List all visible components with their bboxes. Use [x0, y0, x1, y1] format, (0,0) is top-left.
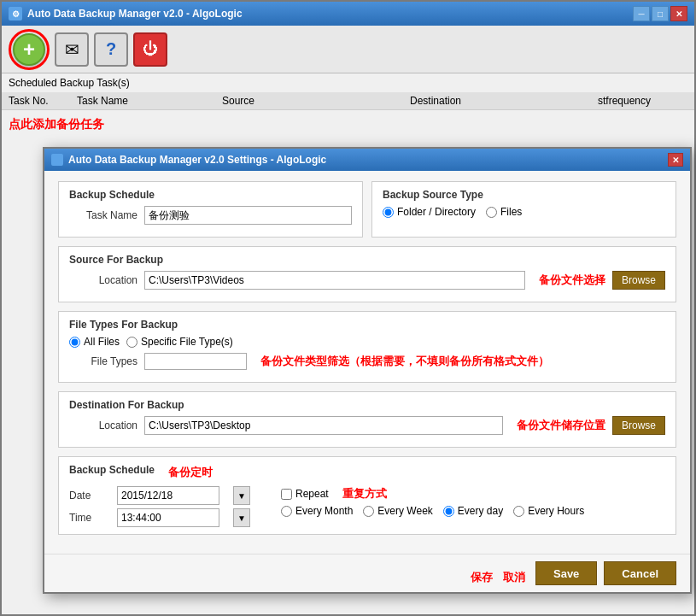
source-for-backup-section: Source For Backup Location 备份文件选择 Browse [58, 246, 676, 302]
col-freq: stfrequency [598, 95, 683, 107]
backup-source-type-section: Backup Source Type Folder / Directory Fi… [371, 181, 676, 238]
date-input[interactable] [117, 486, 219, 505]
col-source: Source [222, 95, 410, 107]
repeat-annotation: 重复方式 [342, 486, 387, 502]
date-label: Date [69, 490, 103, 502]
maximize-button[interactable]: □ [652, 6, 669, 21]
file-types-label: File Types [69, 355, 137, 367]
file-types-radio-row: All Files Specific File Type(s) [69, 336, 665, 348]
destination-section: Destination For Backup Location 备份文件储存位置… [58, 391, 676, 448]
scheduled-label: Scheduled Backup Task(s) [2, 73, 694, 92]
save-button[interactable]: Save [535, 561, 597, 585]
every-hours-option[interactable]: Every Hours [513, 505, 584, 517]
every-day-radio[interactable] [443, 506, 454, 517]
all-files-option[interactable]: All Files [69, 336, 120, 348]
source-type-radio-row: Folder / Directory Files [383, 206, 665, 218]
close-button[interactable]: ✕ [670, 6, 687, 21]
dialog-icon [51, 154, 63, 166]
dialog-title-bar: Auto Data Backup Manager v2.0 Settings -… [44, 149, 690, 171]
dest-location-input[interactable] [144, 416, 503, 435]
file-types-input[interactable] [144, 353, 247, 370]
files-option[interactable]: Files [486, 206, 522, 218]
folder-directory-radio[interactable] [383, 207, 394, 218]
help-button[interactable]: ? [94, 32, 128, 67]
folder-directory-option[interactable]: Folder / Directory [383, 206, 476, 218]
schedule-title-row: Backup Schedule 备份定时 [69, 464, 665, 481]
file-types-input-row: File Types 备份文件类型筛选（根据需要，不填则备份所有格式文件） [69, 353, 665, 370]
files-label: Files [500, 206, 522, 218]
table-header: Task No. Task Name Source Destination st… [2, 92, 694, 110]
title-bar-controls: ─ □ ✕ [633, 6, 687, 21]
date-picker-button[interactable]: ▼ [233, 486, 250, 505]
specific-file-type-radio[interactable] [126, 337, 137, 348]
repeat-options: Every Month Every Week Every day [281, 505, 584, 517]
time-input[interactable] [117, 508, 219, 527]
time-label: Time [69, 512, 103, 524]
dialog-title: Auto Data Backup Manager v2.0 Settings -… [68, 154, 668, 166]
cancel-annotation: 取消 [503, 570, 525, 585]
backup-schedule-title: Backup Schedule [69, 189, 352, 201]
schedule-bottom-title: Backup Schedule [69, 464, 155, 476]
repeat-row: Repeat 重复方式 [281, 486, 584, 502]
add-button-highlight [9, 29, 50, 70]
all-files-radio[interactable] [69, 337, 80, 348]
backup-schedule-section: Backup Schedule Task Name [58, 181, 363, 238]
time-picker-button[interactable]: ▼ [233, 508, 250, 527]
date-row: Date ▼ [69, 486, 250, 505]
source-browse-button[interactable]: Browse [612, 271, 665, 290]
main-window: ⚙ Auto Data Backup Manager v2.0 - AlgoLo… [0, 0, 696, 616]
schedule-annotation: 备份定时 [168, 465, 213, 480]
app-icon: ⚙ [9, 7, 22, 21]
repeat-section: Repeat 重复方式 Every Month Every Week [281, 486, 584, 527]
settings-dialog: Auto Data Backup Manager v2.0 Settings -… [43, 147, 692, 594]
col-dest: Destination [410, 95, 598, 107]
add-task-button[interactable] [13, 33, 45, 66]
power-icon: ⏻ [143, 40, 158, 58]
every-month-label: Every Month [295, 505, 353, 517]
task-name-row: Task Name [69, 206, 352, 225]
help-icon: ? [106, 39, 116, 59]
source-location-row: Location 备份文件选择 Browse [69, 271, 665, 290]
save-annotation: 保存 [471, 570, 493, 585]
file-types-section: File Types For Backup All Files Specific… [58, 311, 676, 383]
source-location-input[interactable] [144, 271, 525, 290]
dialog-content: Backup Schedule Task Name Backup Source … [44, 171, 690, 554]
minimize-button[interactable]: ─ [633, 6, 650, 21]
files-radio[interactable] [486, 207, 497, 218]
date-time-section: Date ▼ Time ▼ [69, 486, 250, 527]
task-name-label: Task Name [69, 209, 137, 221]
every-day-label: Every day [458, 505, 503, 517]
toolbar: ✉ ? ⏻ [2, 26, 694, 73]
source-for-backup-title: Source For Backup [69, 254, 665, 266]
folder-directory-label: Folder / Directory [397, 206, 476, 218]
every-day-option[interactable]: Every day [443, 505, 503, 517]
repeat-checkbox[interactable] [281, 489, 292, 500]
task-name-input[interactable] [144, 206, 352, 225]
dest-annotation: 备份文件储存位置 [517, 418, 605, 433]
dest-location-row: Location 备份文件储存位置 Browse [69, 416, 665, 435]
destination-title: Destination For Backup [69, 399, 665, 411]
file-types-annotation: 备份文件类型筛选（根据需要，不填则备份所有格式文件） [260, 354, 549, 369]
backup-source-type-title: Backup Source Type [383, 189, 665, 201]
source-location-label: Location [69, 274, 137, 286]
every-hours-radio[interactable] [513, 506, 524, 517]
repeat-checkbox-label[interactable]: Repeat [281, 488, 329, 500]
cancel-button[interactable]: Cancel [604, 561, 676, 585]
dest-location-label: Location [69, 419, 137, 431]
specific-file-type-option[interactable]: Specific File Type(s) [126, 336, 233, 348]
every-hours-label: Every Hours [528, 505, 584, 517]
dest-browse-button[interactable]: Browse [612, 416, 665, 435]
power-button[interactable]: ⏻ [133, 32, 167, 67]
email-button[interactable]: ✉ [55, 32, 89, 67]
every-week-radio[interactable] [363, 506, 374, 517]
col-task-no: Task No. [9, 95, 77, 107]
every-week-option[interactable]: Every Week [363, 505, 432, 517]
dialog-footer: 保存 取消 Save Cancel [44, 554, 690, 592]
dialog-close-button[interactable]: ✕ [668, 153, 683, 167]
specific-file-type-label: Specific File Type(s) [141, 336, 233, 348]
every-month-option[interactable]: Every Month [281, 505, 353, 517]
source-annotation: 备份文件选择 [539, 273, 605, 288]
every-month-radio[interactable] [281, 506, 292, 517]
file-types-title: File Types For Backup [69, 319, 665, 331]
all-files-label: All Files [84, 336, 120, 348]
